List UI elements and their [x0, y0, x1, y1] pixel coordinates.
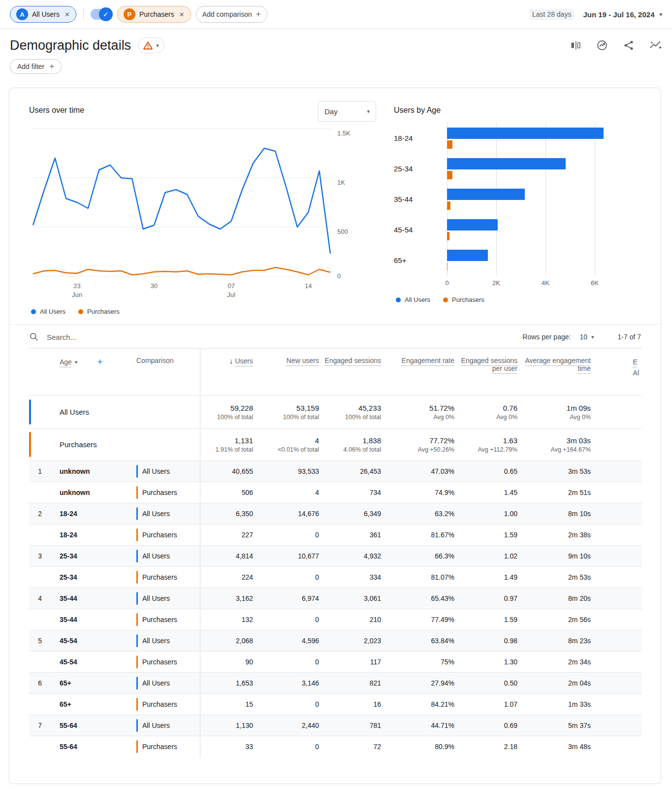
- metric-value: 1.63: [454, 436, 517, 445]
- chevron-down-icon: ▾: [367, 109, 370, 114]
- comparison-cell: All Users: [127, 630, 200, 651]
- insights-sparkle-icon[interactable]: [649, 39, 662, 51]
- metric-cell: 81.67%: [381, 531, 454, 539]
- add-dimension-button[interactable]: +: [97, 357, 102, 367]
- summary-metric-cell: 53,159100% of total: [253, 404, 319, 421]
- comparison-cell: Purchasers: [127, 652, 200, 672]
- metric-cell: 47.03%: [381, 467, 454, 475]
- table-row: 325-34All Users4,81410,6774,93266.3%1.02…: [29, 545, 642, 566]
- metric-header-label[interactable]: Engaged sessions: [325, 357, 381, 364]
- share-icon[interactable]: [623, 39, 635, 51]
- insights-icon[interactable]: [596, 39, 608, 51]
- comparison-cell: Purchasers: [127, 736, 200, 757]
- segment-chip-purchasers[interactable]: P Purchasers ✕: [117, 6, 191, 23]
- report-actions: [570, 39, 662, 51]
- summary-metric-cell: 51.72%Avg 0%: [381, 404, 454, 421]
- metric-header-label[interactable]: Engaged sessions per user: [461, 357, 517, 372]
- metric-header-label[interactable]: Engagement rate: [402, 357, 454, 364]
- table-search-input[interactable]: [47, 333, 522, 341]
- segment-bar: A All Users ✕ ✓ P Purchasers ✕ Add compa…: [0, 0, 672, 28]
- comparison-cell: All Users: [127, 588, 200, 609]
- bar-chart-legend: All UsersPurchasers: [394, 296, 641, 303]
- check-icon: ✓: [99, 7, 113, 21]
- data-quality-button[interactable]: ▾: [138, 37, 164, 53]
- metric-cell: 10,677: [253, 552, 319, 560]
- metric-cell: 1.59: [454, 616, 517, 624]
- bar-all-users: [447, 189, 525, 200]
- add-comparison-label: Add comparison: [202, 10, 252, 18]
- metric-value: 0.76: [454, 404, 517, 412]
- legend-item: Purchasers: [443, 296, 484, 303]
- legend-item: Purchasers: [78, 308, 120, 315]
- svg-text:Jun: Jun: [72, 291, 82, 298]
- metric-cell: 84.21%: [381, 700, 454, 708]
- segment-name: All Users: [142, 552, 170, 560]
- segment-color-bar: [136, 528, 138, 541]
- age-cell: unknown: [48, 489, 127, 496]
- metric-cell: 0: [253, 573, 319, 581]
- row-index: 1: [29, 467, 48, 475]
- age-value: 35-44: [60, 594, 77, 602]
- segment-accent-bar: [29, 432, 31, 457]
- segment-color-bar: [136, 613, 138, 626]
- granularity-select[interactable]: Day ▾: [318, 101, 376, 122]
- legend-label: Purchasers: [452, 296, 484, 303]
- segment-toggle[interactable]: ✓: [91, 9, 111, 20]
- metric-cell: 27.94%: [381, 679, 454, 687]
- dimension-header-label[interactable]: Age: [60, 358, 72, 366]
- metric-cell: 734: [319, 489, 381, 496]
- segment-avatar-p: P: [124, 8, 135, 20]
- close-icon[interactable]: ✕: [178, 11, 185, 18]
- age-cell: 25-34: [48, 573, 127, 581]
- metric-cell: 3,061: [319, 594, 381, 602]
- page-title: Demographic details: [10, 38, 131, 53]
- metric-header-label[interactable]: E: [633, 357, 639, 367]
- ab-compare-icon[interactable]: [570, 39, 581, 51]
- row-index: 7: [29, 722, 48, 729]
- segment-accent-bar: [29, 399, 31, 425]
- chevron-down-icon[interactable]: ▾: [75, 360, 78, 365]
- metric-header-label[interactable]: New users: [287, 357, 319, 364]
- metric-value: 59,228: [200, 404, 253, 412]
- metric-header-label[interactable]: Users: [235, 357, 253, 365]
- metric-cell: 0: [253, 616, 319, 624]
- rows-per-page-select[interactable]: 10 ▾: [579, 333, 594, 341]
- bar-purchasers: [447, 171, 452, 179]
- segment-chip-all-users[interactable]: A All Users ✕: [10, 6, 76, 23]
- table-row: 65+Purchasers1501684.21%1.071m 33s: [29, 693, 642, 715]
- age-value: 25-34: [60, 573, 77, 581]
- age-value: 18-24: [60, 510, 77, 518]
- sort-descending-icon[interactable]: ↓: [229, 357, 233, 365]
- comparison-cell: [127, 428, 200, 460]
- metric-cell: 781: [319, 722, 381, 729]
- legend-label: Purchasers: [87, 308, 120, 315]
- row-index: 4: [29, 594, 48, 602]
- granularity-value: Day: [324, 107, 338, 116]
- metric-cell: 8m 10s: [517, 510, 591, 518]
- search-icon: [29, 332, 39, 342]
- date-range-selector[interactable]: Jun 19 - Jul 16, 2024 ▾: [583, 10, 662, 19]
- close-icon[interactable]: ✕: [64, 11, 70, 18]
- date-preset-label: Last 28 days: [529, 9, 574, 20]
- metric-cell: 63.84%: [381, 637, 454, 645]
- dimension-header: Age▾+: [48, 349, 127, 367]
- metric-cell: 93,533: [253, 467, 319, 475]
- metric-cell: 14,676: [253, 510, 319, 518]
- table-row: 665+All Users1,6533,14682127.94%0.502m 0…: [29, 672, 642, 693]
- add-comparison-button[interactable]: Add comparison +: [196, 6, 267, 23]
- plus-icon: +: [256, 9, 261, 19]
- metric-cell: 132: [200, 616, 253, 624]
- charts-row: Users over time Day ▾ 1.5K1K500023Jun300…: [29, 101, 641, 315]
- metric-cell: 16: [319, 700, 381, 708]
- comparison-cell: Purchasers: [127, 525, 200, 545]
- metric-cell: 77.49%: [381, 616, 454, 624]
- bar-category-label: 25-34: [394, 153, 447, 184]
- metric-cell: 3,146: [253, 679, 319, 687]
- segment-name: Purchasers: [142, 700, 177, 708]
- metric-header-label[interactable]: Average engagement time: [525, 357, 591, 372]
- metric-subvalue: Avg +50.26%: [381, 446, 454, 453]
- add-filter-button[interactable]: Add filter +: [10, 59, 62, 74]
- table-row: 25-34Purchasers224033481.07%1.492m 53s: [29, 566, 642, 588]
- segment-name: Purchasers: [142, 489, 177, 496]
- bar-group: [447, 214, 640, 245]
